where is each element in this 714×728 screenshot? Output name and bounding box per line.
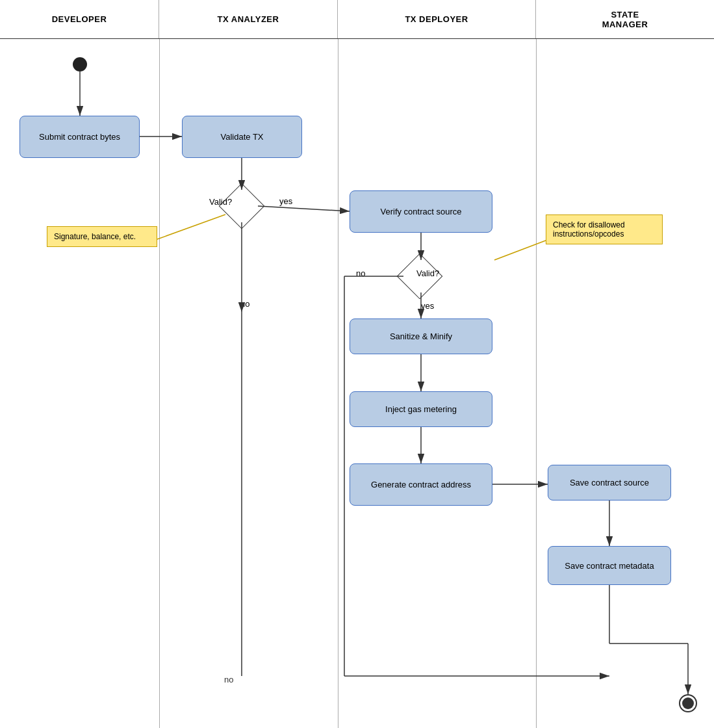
no2-label: no [356, 268, 365, 278]
diagram: DEVELOPER TX ANALYZER TX DEPLOYER STATE … [0, 0, 714, 728]
inject-box: Inject gas metering [350, 391, 492, 427]
svg-line-4 [258, 206, 350, 211]
disallowed-note: Check for disallowed instructions/opcode… [546, 214, 663, 244]
yes2-label: yes [421, 301, 434, 311]
vline-1 [159, 39, 160, 728]
svg-text:no: no [224, 675, 233, 684]
valid-diamond-2-label: Valid? [416, 268, 439, 278]
submit-contract-box: Submit contract bytes [19, 116, 140, 158]
validate-tx-box: Validate TX [182, 116, 302, 158]
end-node-inner [682, 697, 694, 709]
valid-diamond-1-label: Valid? [209, 197, 232, 207]
start-node [73, 57, 87, 72]
end-node [679, 694, 697, 712]
sanitize-box: Sanitize & Minify [350, 318, 492, 354]
save-meta-box: Save contract metadata [548, 546, 671, 585]
no1-label: no [240, 299, 249, 309]
sig-balance-note: Signature, balance, etc. [47, 226, 157, 247]
header-tx-analyzer: TX ANALYZER [159, 0, 338, 38]
vline-3 [536, 39, 537, 728]
svg-line-5 [157, 214, 225, 239]
header-developer: DEVELOPER [0, 0, 159, 38]
header-tx-deployer: TX DEPLOYER [338, 0, 536, 38]
verify-contract-box: Verify contract source [350, 190, 492, 233]
yes1-label: yes [279, 196, 292, 206]
vline-2 [338, 39, 338, 728]
save-source-box: Save contract source [548, 465, 671, 500]
header-row: DEVELOPER TX ANALYZER TX DEPLOYER STATE … [0, 0, 714, 39]
header-state-manager: STATE MANAGER [536, 0, 714, 38]
arrows-svg: no [0, 0, 714, 728]
generate-box: Generate contract address [350, 463, 492, 506]
svg-line-7 [494, 240, 546, 260]
